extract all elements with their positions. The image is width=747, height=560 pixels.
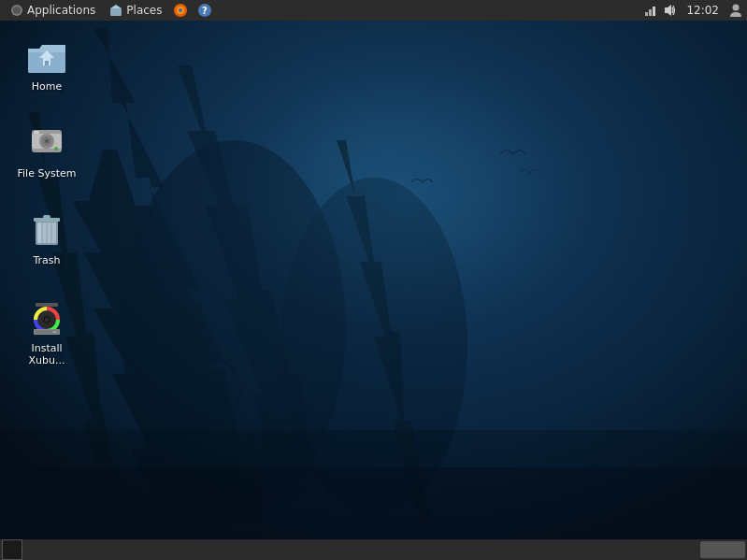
firefox-icon <box>173 3 188 18</box>
firefox-launcher[interactable] <box>169 0 192 21</box>
system-clock[interactable]: 12:02 <box>681 4 725 17</box>
svg-marker-14 <box>110 5 122 8</box>
places-menu[interactable]: Places <box>103 0 167 21</box>
svg-rect-53 <box>52 331 57 333</box>
svg-point-35 <box>45 139 49 143</box>
applications-menu[interactable]: Applications <box>4 0 101 21</box>
workspace-switcher[interactable] <box>700 541 745 558</box>
svg-point-12 <box>13 7 21 14</box>
top-panel: Applications Places <box>0 0 747 21</box>
svg-text:?: ? <box>203 6 208 16</box>
desktop-background <box>0 0 747 560</box>
help-launcher[interactable]: ? <box>194 0 216 21</box>
filesystem-label: File System <box>18 167 77 179</box>
svg-rect-44 <box>43 215 50 219</box>
install-label: Install Xubu... <box>13 342 80 366</box>
volume-icon[interactable] <box>662 3 677 18</box>
panel-left: Applications Places <box>0 0 643 21</box>
trash-icon <box>24 206 69 251</box>
filesystem-icon <box>24 119 69 164</box>
bottom-panel <box>0 539 747 560</box>
help-icon: ? <box>197 3 212 18</box>
install-icon <box>24 294 69 338</box>
svg-rect-36 <box>34 131 39 134</box>
svg-point-37 <box>54 147 58 151</box>
install-icon-item[interactable]: Install Xubu... <box>9 290 84 370</box>
filesystem-icon-item[interactable]: File System <box>9 115 84 183</box>
svg-rect-54 <box>36 303 58 307</box>
places-label: Places <box>126 4 162 17</box>
svg-point-17 <box>179 8 182 12</box>
svg-rect-20 <box>645 12 648 16</box>
xfce-logo-icon <box>9 3 24 18</box>
desktop <box>0 0 747 560</box>
places-icon <box>108 3 123 18</box>
panel-right: 12:02 <box>643 3 747 18</box>
svg-marker-23 <box>665 5 671 16</box>
svg-rect-45 <box>37 223 41 243</box>
svg-point-24 <box>733 5 740 11</box>
home-icon <box>24 32 69 77</box>
trash-icon-item[interactable]: Trash <box>9 202 84 270</box>
desktop-icons-container: Home File System <box>9 28 84 370</box>
svg-rect-21 <box>649 9 652 16</box>
svg-point-50 <box>45 318 49 322</box>
network-icon[interactable] <box>643 3 658 18</box>
applications-label: Applications <box>27 4 95 17</box>
home-label: Home <box>32 80 62 93</box>
svg-rect-22 <box>653 7 655 16</box>
home-icon-item[interactable]: Home <box>9 28 84 96</box>
trash-label: Trash <box>33 254 60 266</box>
show-desktop-button[interactable] <box>2 539 22 560</box>
user-menu-icon[interactable] <box>728 3 743 18</box>
svg-rect-30 <box>45 61 49 65</box>
svg-rect-13 <box>110 8 122 16</box>
